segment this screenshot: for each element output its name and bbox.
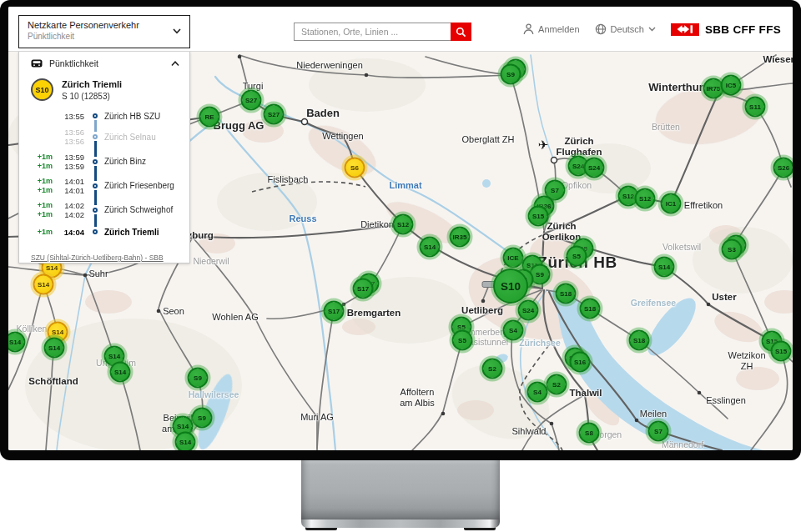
- logo-text: SBB CFF FFS: [705, 23, 781, 36]
- search-bar: [294, 23, 471, 41]
- train-position-badge[interactable]: S11: [745, 97, 766, 118]
- stops-list: 13:55Zürich HB SZU13:5613:56Zürich Selna…: [19, 108, 189, 242]
- login-button[interactable]: Anmelden: [523, 23, 580, 35]
- train-position-badge[interactable]: S18: [580, 299, 601, 319]
- train-position-badge[interactable]: S5: [567, 246, 587, 267]
- train-position-badge[interactable]: S18: [629, 330, 650, 351]
- train-position-badge[interactable]: S27: [264, 104, 285, 125]
- train-position-badge[interactable]: RE: [199, 107, 220, 128]
- train-position-badge[interactable]: S14: [33, 274, 54, 295]
- screen: NiederweningenTurgiBadenBrugg AGWettinge…: [8, 7, 793, 450]
- train-position-badge[interactable]: S26: [773, 158, 793, 178]
- train-position-badge[interactable]: S2: [547, 374, 567, 395]
- train-position-badge[interactable]: S15: [528, 206, 549, 227]
- train-position-badge[interactable]: S2: [482, 359, 503, 379]
- train-position-badge[interactable]: S4: [503, 320, 524, 341]
- train-position-badge[interactable]: S14: [175, 432, 196, 451]
- monitor-frame: NiederweningenTurgiBadenBrugg AGWettinge…: [0, 0, 801, 460]
- train-icon: [31, 59, 43, 68]
- stop-row: +1m+1m14:0114:01Zürich Friesenberg: [31, 173, 189, 198]
- language-selector[interactable]: Deutsch: [595, 23, 656, 35]
- train-position-badge[interactable]: S17: [353, 279, 374, 299]
- chevron-down-icon: [648, 27, 656, 32]
- train-position-badge[interactable]: S9: [188, 368, 209, 389]
- stop-row: +1m+1m13:5913:59Zürich Binz: [31, 149, 189, 173]
- train-position-badge[interactable]: S14: [654, 257, 675, 278]
- stop-name: Zürich HB SZU: [103, 112, 189, 121]
- train-position-badge[interactable]: S16: [570, 352, 591, 373]
- stop-name: Zürich Binz: [103, 157, 189, 166]
- train-position-badge[interactable]: S5: [452, 330, 473, 351]
- train-position-badge[interactable]: S12: [635, 188, 656, 209]
- search-button[interactable]: [451, 23, 471, 41]
- sbb-flag-icon: [671, 23, 699, 36]
- collapse-chevron-up-icon[interactable]: [171, 61, 179, 67]
- train-position-badge[interactable]: S4: [527, 382, 548, 403]
- sbb-logo: SBB CFF FFS: [671, 23, 781, 36]
- stop-row: +1m14:04Zürich Triemli: [31, 222, 189, 242]
- layer-dropdown-value: Netzkarte Personenverkehr: [28, 20, 181, 30]
- panel-title: Pünktlichkeit: [49, 58, 164, 68]
- stop-name: Zürich Schweighof: [103, 205, 189, 214]
- punctuality-panel: Pünktlichkeit S10 Zürich Triemli S 10 (1…: [18, 52, 190, 263]
- train-position-badge[interactable]: S9: [192, 408, 213, 429]
- language-label: Deutsch: [611, 24, 644, 34]
- stop-name: Zürich Friesenberg: [103, 181, 189, 190]
- train-position-badge[interactable]: S10: [493, 269, 528, 304]
- login-label: Anmelden: [538, 24, 580, 34]
- train-number: S 10 (12853): [62, 92, 122, 101]
- monitor-stand: [301, 459, 500, 519]
- train-position-badge[interactable]: S8: [579, 423, 600, 444]
- stop-row: 13:55Zürich HB SZU: [31, 108, 189, 124]
- train-position-badge[interactable]: S14: [110, 362, 131, 383]
- globe-icon: [595, 23, 607, 35]
- monitor-stand-base: [301, 519, 500, 528]
- train-position-badge[interactable]: S12: [393, 214, 414, 235]
- layer-dropdown-subvalue: Pünktlichkeit: [28, 32, 181, 41]
- train-position-badge[interactable]: S7: [648, 421, 669, 442]
- search-icon: [456, 27, 466, 38]
- operator-link[interactable]: SZU (Sihltal-Zürich-Uetliberg-Bahn) - SB…: [31, 253, 164, 262]
- train-position-badge[interactable]: S17: [324, 301, 345, 322]
- train-position-badge[interactable]: IR35: [450, 227, 471, 248]
- chevron-down-icon: [173, 28, 181, 34]
- train-position-badge[interactable]: S24: [584, 158, 605, 178]
- train-position-badge[interactable]: IC1: [661, 193, 682, 214]
- train-position-badge[interactable]: S14: [44, 338, 65, 359]
- train-name: Zürich Triemli: [62, 79, 122, 89]
- train-position-badge[interactable]: S9: [501, 64, 521, 85]
- train-position-badge[interactable]: ICE: [503, 248, 524, 269]
- stop-row: +1m+1m14:0214:02Zürich Schweighof: [31, 198, 189, 222]
- train-position-badge[interactable]: S6: [345, 158, 365, 178]
- stop-name: Zürich Triemli: [103, 228, 189, 237]
- user-icon: [523, 23, 534, 35]
- train-position-badge[interactable]: S15: [771, 341, 792, 362]
- train-position-badge[interactable]: S14: [420, 237, 441, 258]
- stop-name: Zürich Selnau: [103, 133, 189, 142]
- train-position-badge[interactable]: S3: [722, 239, 743, 260]
- train-position-badge[interactable]: S18: [556, 284, 577, 304]
- train-position-badge[interactable]: S24: [518, 300, 539, 321]
- train-position-badge[interactable]: S27: [241, 90, 262, 111]
- train-line-badge: S10: [31, 78, 53, 101]
- layer-dropdown[interactable]: Netzkarte Personenverkehr Pünktlichkeit: [18, 15, 190, 48]
- train-position-badge[interactable]: IC5: [721, 75, 742, 96]
- stop-row: 13:5613:56Zürich Selnau: [31, 124, 189, 149]
- search-input[interactable]: [294, 23, 451, 41]
